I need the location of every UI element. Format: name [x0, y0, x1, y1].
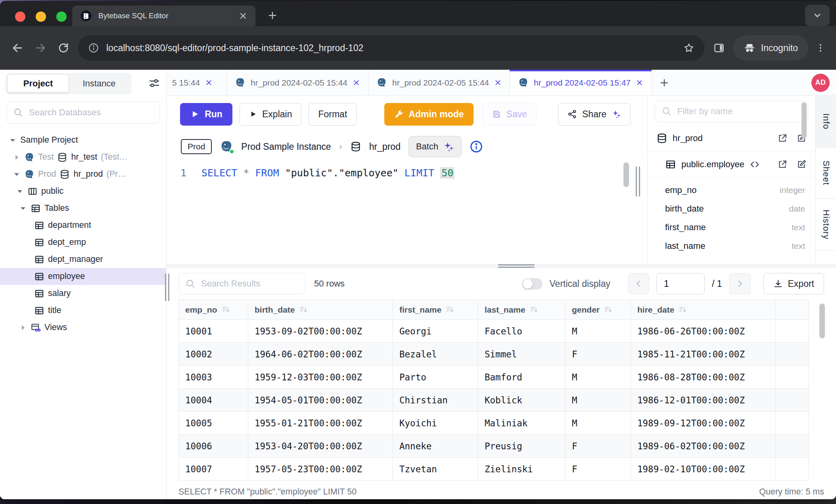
tree-item-sample-project[interactable]: Sample Project [0, 132, 166, 149]
maximize-window-button[interactable] [56, 11, 67, 22]
data-cell[interactable]: Georgi [393, 320, 478, 343]
sort-icon[interactable] [529, 305, 539, 314]
caret-right-icon[interactable] [13, 153, 21, 161]
data-cell[interactable]: 10002 [179, 343, 248, 366]
tree-item-table-title[interactable]: title [0, 302, 166, 319]
browser-menu-button[interactable] [814, 39, 827, 57]
data-cell[interactable]: 1964-06-02T00:00:00Z [248, 343, 393, 366]
caret-down-icon[interactable] [19, 204, 27, 212]
save-button[interactable]: Save [482, 103, 537, 126]
data-cell[interactable]: Koblick [478, 389, 566, 412]
tree-item-table-salary[interactable]: salary [0, 285, 166, 302]
editor-tab-3[interactable]: hr_prod 2024-02-05 15:44 [368, 70, 510, 95]
data-cell[interactable]: 10003 [179, 366, 248, 389]
tree-item-table-department[interactable]: department [0, 217, 166, 234]
caret-down-icon[interactable] [13, 170, 21, 178]
header-cell-gender[interactable]: gender [566, 300, 631, 320]
bookmark-icon[interactable] [683, 42, 694, 53]
share-button[interactable]: Share [558, 103, 631, 126]
data-cell[interactable]: 1955-01-21T00:00:00Z [248, 412, 393, 435]
close-tab-icon[interactable] [205, 79, 213, 86]
tab-instance[interactable]: Instance [69, 75, 130, 92]
vertical-display-toggle[interactable] [522, 278, 543, 290]
back-button[interactable] [9, 39, 26, 57]
edit-icon[interactable] [796, 159, 807, 170]
browser-tab[interactable]: Bytebase SQL Editor [72, 6, 255, 26]
data-cell[interactable]: Preusig [478, 435, 566, 458]
data-cell[interactable]: Chirstian [393, 389, 478, 412]
tree-item-table-employee[interactable]: employee [0, 268, 166, 285]
tree-item-table-dept_manager[interactable]: dept_manager [0, 251, 166, 268]
reload-button[interactable] [55, 39, 72, 57]
site-info-icon[interactable] [88, 42, 99, 53]
sort-icon[interactable] [299, 305, 308, 314]
schema-table-row[interactable]: public.employee [648, 151, 815, 178]
data-cell[interactable]: Anneke [393, 435, 478, 458]
data-cell[interactable]: 1989-09-12T00:00:00Z [631, 412, 776, 435]
schema-database-row[interactable]: hr_prod [648, 125, 815, 151]
panel-resize-handle[interactable] [636, 166, 640, 197]
data-cell[interactable]: Parto [393, 366, 478, 389]
header-cell-birth_date[interactable]: birth_date [248, 300, 393, 320]
data-cell[interactable]: Tzvetan [393, 458, 478, 481]
open-external-icon[interactable] [777, 133, 788, 143]
sql-editor[interactable]: 1 SELECT * FROM "public"."employee" LIMI… [167, 161, 647, 264]
data-cell[interactable]: Facello [478, 320, 566, 343]
prev-page-button[interactable] [628, 273, 649, 294]
tree-item-views-group[interactable]: Views [0, 319, 166, 336]
data-cell[interactable]: 1986-12-01T00:00:00Z [631, 389, 776, 412]
explain-button[interactable]: Explain [240, 103, 301, 126]
data-cell[interactable]: 1989-06-02T00:00:00Z [631, 435, 776, 458]
search-results-input[interactable] [200, 278, 299, 289]
rail-tab-sheet[interactable]: Sheet [816, 147, 836, 199]
data-cell[interactable]: 10005 [179, 412, 248, 435]
sidebar-resize-handle[interactable] [165, 273, 169, 301]
editor-tab-2[interactable]: hr_prod 2024-02-05 15:44 [227, 70, 368, 95]
editor-tab-4[interactable]: hr_prod 2024-02-05 15:47 [510, 70, 652, 95]
batch-button[interactable]: Batch [408, 136, 462, 157]
tree-item-schema-public[interactable]: public [0, 183, 166, 200]
column-row-last_name[interactable]: last_nametext [648, 237, 815, 255]
format-button[interactable]: Format [309, 103, 357, 126]
results-search[interactable] [178, 273, 305, 294]
data-cell[interactable]: Simmel [478, 343, 566, 366]
data-cell[interactable]: M [566, 389, 631, 412]
data-cell[interactable]: 1986-06-26T00:00:00Z [631, 320, 776, 343]
tree-item-prod-hr_prod[interactable]: Prodhr_prod(Pr… [0, 166, 166, 183]
data-cell[interactable]: 1957-05-23T00:00:00Z [248, 458, 393, 481]
data-cell[interactable]: Bamford [478, 366, 566, 389]
close-tab-icon[interactable] [636, 79, 643, 86]
filter-settings-icon[interactable] [148, 77, 161, 90]
export-button[interactable]: Export [763, 273, 824, 294]
schema-filter[interactable] [655, 101, 808, 122]
data-cell[interactable]: M [566, 412, 631, 435]
data-cell[interactable]: Zielinski [478, 458, 566, 481]
data-cell[interactable]: 1953-09-02T00:00:00Z [248, 320, 393, 343]
data-cell[interactable]: F [566, 343, 631, 366]
data-cell[interactable]: 10007 [179, 458, 248, 481]
address-bar[interactable]: localhost:8080/sql-editor/prod-sample-in… [78, 35, 705, 61]
editor-scrollbar[interactable] [623, 162, 629, 187]
data-cell[interactable]: M [566, 366, 631, 389]
open-external-icon[interactable] [777, 159, 788, 170]
data-cell[interactable]: 10006 [179, 435, 248, 458]
data-cell[interactable]: F [566, 458, 631, 481]
close-tab-icon[interactable] [353, 79, 360, 86]
close-tab-icon[interactable] [239, 11, 247, 20]
column-row-birth_date[interactable]: birth_datedate [648, 199, 815, 218]
minimize-window-button[interactable] [36, 11, 46, 22]
tab-search-button[interactable] [805, 5, 830, 26]
run-button[interactable]: Run [180, 103, 232, 126]
header-cell-last_name[interactable]: last_name [478, 300, 566, 320]
caret-down-icon[interactable] [16, 187, 24, 195]
data-cell[interactable]: 1954-05-01T00:00:00Z [248, 389, 393, 412]
close-window-button[interactable] [15, 11, 25, 22]
user-avatar[interactable]: AD [811, 74, 830, 92]
search-databases-input[interactable] [28, 107, 153, 118]
tree-item-tables-group[interactable]: Tables [0, 200, 166, 217]
data-cell[interactable]: F [566, 435, 631, 458]
view-ddl-icon[interactable] [750, 159, 760, 170]
tree-item-table-dept_emp[interactable]: dept_emp [0, 234, 166, 251]
data-cell[interactable]: 1953-04-20T00:00:00Z [248, 435, 393, 458]
data-cell[interactable]: 10004 [179, 389, 248, 412]
